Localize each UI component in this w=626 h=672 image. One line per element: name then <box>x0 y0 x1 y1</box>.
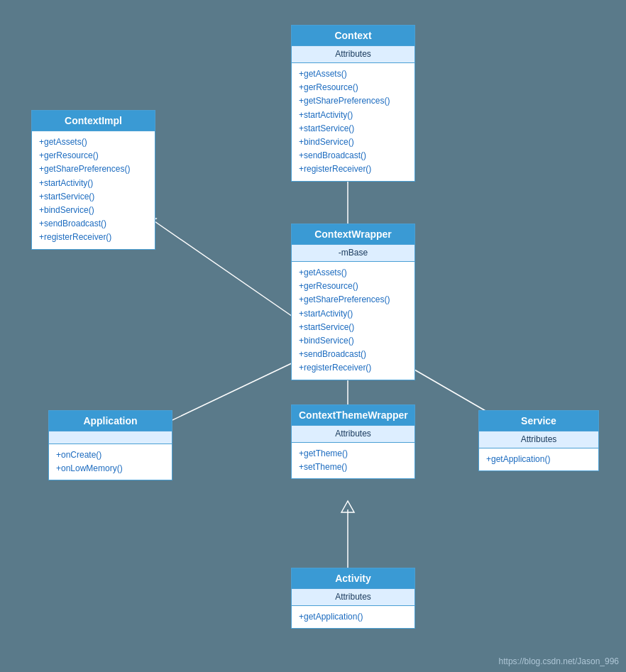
application-class: Application +onCreate()+onLowMemory() <box>48 410 172 480</box>
application-section <box>49 431 172 444</box>
activity-methods: +getApplication() <box>292 605 414 628</box>
contextimpl-title: ContextImpl <box>32 111 155 131</box>
context-section: Attributes <box>292 45 414 62</box>
contextthemewrapper-class: ContextThemeWrapper Attributes +getTheme… <box>291 404 415 479</box>
context-methods: +getAssets()+gerResource()+getSharePrefe… <box>292 62 414 181</box>
contextwrapper-title: ContextWrapper <box>292 224 414 244</box>
svg-line-4 <box>153 220 295 318</box>
service-class: Service Attributes +getApplication() <box>478 410 599 471</box>
context-class: Context Attributes +getAssets()+gerResou… <box>291 25 415 182</box>
activity-section: Attributes <box>292 588 414 605</box>
contextimpl-methods: +getAssets()+gerResource()+getSharePrefe… <box>32 131 155 249</box>
contextthemewrapper-title: ContextThemeWrapper <box>292 405 414 425</box>
contextthemewrapper-methods: +getTheme()+setTheme() <box>292 442 414 478</box>
activity-title: Activity <box>292 568 414 588</box>
svg-marker-12 <box>341 501 354 512</box>
contextwrapper-methods: +getAssets()+gerResource()+getSharePrefe… <box>292 261 414 380</box>
service-title: Service <box>479 411 598 431</box>
service-section: Attributes <box>479 431 598 448</box>
contextimpl-class: ContextImpl +getAssets()+gerResource()+g… <box>31 110 155 250</box>
activity-class: Activity Attributes +getApplication() <box>291 568 415 629</box>
contextthemewrapper-section: Attributes <box>292 425 414 442</box>
contextwrapper-class: ContextWrapper -mBase +getAssets()+gerRe… <box>291 224 415 380</box>
application-methods: +onCreate()+onLowMemory() <box>49 444 172 480</box>
watermark: https://blog.csdn.net/Jason_996 <box>499 656 619 666</box>
service-methods: +getApplication() <box>479 448 598 470</box>
contextwrapper-section: -mBase <box>292 244 414 261</box>
context-title: Context <box>292 26 414 45</box>
application-title: Application <box>49 411 172 431</box>
